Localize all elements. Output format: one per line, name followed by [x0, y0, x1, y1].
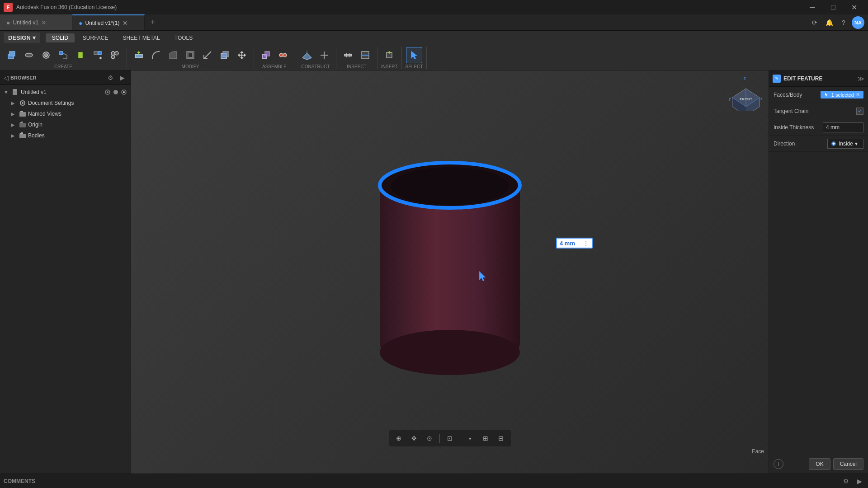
- mode-solid[interactable]: SOLID: [46, 33, 75, 42]
- fit-view-control[interactable]: ⊡: [443, 432, 456, 445]
- user-icon[interactable]: NA: [852, 16, 864, 29]
- info-button[interactable]: i: [774, 459, 783, 469]
- mode-surface[interactable]: SURFACE: [76, 33, 115, 42]
- comments-settings-icon[interactable]: ⚙: [841, 476, 851, 486]
- folder-icon-named-views: [19, 110, 26, 117]
- chamfer-tool[interactable]: [165, 47, 181, 63]
- mode-tools[interactable]: TOOLS: [168, 33, 199, 42]
- settings-icon-root[interactable]: [113, 89, 119, 95]
- browser-tree: ▼ Untitled v1 ▶ Document Settings ▶ Name…: [0, 85, 131, 474]
- grid-control[interactable]: ⊞: [479, 432, 492, 445]
- new-component-tool[interactable]: [258, 47, 274, 63]
- scale-tool[interactable]: [199, 47, 216, 63]
- tree-item-doc-settings[interactable]: ▶ Document Settings: [0, 98, 131, 108]
- browser-settings-icon[interactable]: ⚙: [105, 73, 115, 83]
- viewport[interactable]: 4 mm ⋮ F: [131, 70, 769, 474]
- viewcube[interactable]: FRONT x y z: [728, 75, 764, 111]
- select-tool[interactable]: [406, 47, 422, 63]
- ok-button[interactable]: OK: [809, 458, 830, 470]
- construct-plane-tool[interactable]: [299, 47, 315, 63]
- tangent-chain-value: ✓: [856, 108, 863, 115]
- cancel-button[interactable]: Cancel: [833, 458, 863, 470]
- joint-tool[interactable]: [275, 47, 291, 63]
- sweep-tool[interactable]: [38, 47, 54, 63]
- dimension-input-popup[interactable]: 4 mm ⋮: [556, 238, 593, 249]
- tree-label-bodies: Bodies: [28, 132, 127, 139]
- browser-title: BROWSER: [10, 75, 104, 80]
- selected-badge[interactable]: 1 selected ✕: [821, 91, 863, 99]
- dim-more-icon[interactable]: ⋮: [583, 239, 589, 247]
- assemble-buttons: [258, 47, 291, 63]
- tab-close-1[interactable]: ✕: [41, 19, 47, 26]
- press-pull-tool[interactable]: [131, 47, 147, 63]
- svg-text:z: z: [744, 76, 746, 80]
- direction-label: Direction: [774, 141, 827, 147]
- tab-close-2[interactable]: ✕: [123, 19, 128, 27]
- svg-rect-20: [265, 52, 269, 56]
- edit-feature-panel: ✎ EDIT FEATURE ≫ Faces/Body 1 selected ✕…: [769, 70, 868, 474]
- folder-icon-bodies: [19, 132, 26, 139]
- mode-sheet-metal[interactable]: SHEET METAL: [117, 33, 166, 42]
- tab-untitled-v1[interactable]: ● Untitled v1 ✕: [0, 14, 72, 30]
- tree-item-bodies[interactable]: ▶ Bodies: [0, 130, 131, 141]
- pattern-tool[interactable]: [107, 47, 123, 63]
- measure-tool[interactable]: [340, 47, 356, 63]
- expand-arrow-named-views: ▶: [11, 111, 17, 117]
- loft-tool[interactable]: [55, 47, 71, 63]
- badge-clear-icon[interactable]: ✕: [856, 92, 860, 98]
- tabbar: ● Untitled v1 ✕ ● Untitled v1*(1) ✕ + ⟳ …: [0, 14, 868, 31]
- tree-item-origin[interactable]: ▶ Origin: [0, 119, 131, 130]
- zoom-control[interactable]: ⊙: [423, 432, 436, 445]
- create-group-label: CREATE: [54, 64, 72, 69]
- direction-value-text: Inside: [839, 141, 853, 147]
- eye-icon[interactable]: [104, 89, 111, 95]
- close-button[interactable]: ✕: [844, 0, 864, 14]
- inside-thickness-input[interactable]: [823, 122, 863, 132]
- fillet-tool[interactable]: [148, 47, 164, 63]
- tangent-chain-checkbox[interactable]: ✓: [856, 108, 863, 115]
- tree-item-root[interactable]: ▼ Untitled v1: [0, 87, 131, 98]
- help-icon[interactable]: ?: [837, 16, 850, 29]
- move-tool[interactable]: [234, 47, 250, 63]
- maximize-button[interactable]: □: [823, 0, 844, 14]
- comments-collapse-icon[interactable]: ▶: [854, 476, 864, 486]
- browser-panel: ◁ BROWSER ⚙ ▶ ▼ Untitled v1 ▶ Document S…: [0, 70, 131, 474]
- design-chevron-icon: ▾: [33, 34, 36, 41]
- target-icon[interactable]: [121, 89, 127, 95]
- bell-icon[interactable]: 🔔: [823, 16, 835, 29]
- app-title: Autodesk Fusion 360 (Education License): [16, 4, 802, 10]
- rib-tool[interactable]: [72, 47, 89, 63]
- select-group-label: SELECT: [406, 64, 423, 69]
- tab-add-button[interactable]: +: [145, 14, 161, 30]
- panel-expand-icon[interactable]: ≫: [858, 75, 864, 82]
- revolve-tool[interactable]: [21, 47, 37, 63]
- section-analysis-tool[interactable]: [357, 47, 373, 63]
- pan-control[interactable]: ✥: [408, 432, 420, 445]
- browser-collapse-icon[interactable]: ▶: [117, 73, 127, 83]
- snap-control[interactable]: ⊟: [495, 432, 507, 445]
- svg-rect-43: [19, 123, 26, 127]
- minimize-button[interactable]: ─: [802, 0, 823, 14]
- tree-item-named-views[interactable]: ▶ Named Views: [0, 108, 131, 119]
- svg-point-46: [380, 330, 520, 375]
- direction-select[interactable]: Inside ▾: [827, 139, 863, 149]
- tab-untitled-v1-modified[interactable]: ● Untitled v1*(1) ✕: [72, 14, 145, 30]
- orbit-control[interactable]: ⊕: [392, 432, 405, 445]
- extrude-tool[interactable]: [4, 47, 20, 63]
- svg-rect-16: [188, 53, 193, 57]
- tool-group-modify: MODIFY: [127, 47, 254, 69]
- combine-tool[interactable]: [217, 47, 233, 63]
- more-create[interactable]: +: [90, 47, 106, 63]
- display-mode-control[interactable]: ▪: [464, 432, 476, 445]
- dim-value-input[interactable]: 4 mm: [560, 240, 580, 247]
- insert-tool[interactable]: [381, 47, 397, 63]
- expand-arrow-doc: ▶: [11, 100, 17, 106]
- settings-icon[interactable]: ⟳: [808, 16, 821, 29]
- svg-text:+: +: [99, 56, 102, 60]
- design-dropdown[interactable]: DESIGN ▾: [4, 33, 40, 43]
- toolbar: DESIGN ▾ SOLID SURFACE SHEET METAL TOOLS: [0, 31, 868, 70]
- shell-tool[interactable]: [182, 47, 198, 63]
- create-buttons: +: [4, 47, 123, 63]
- construct-axis-tool[interactable]: [316, 47, 332, 63]
- folder-icon-origin: [19, 121, 26, 128]
